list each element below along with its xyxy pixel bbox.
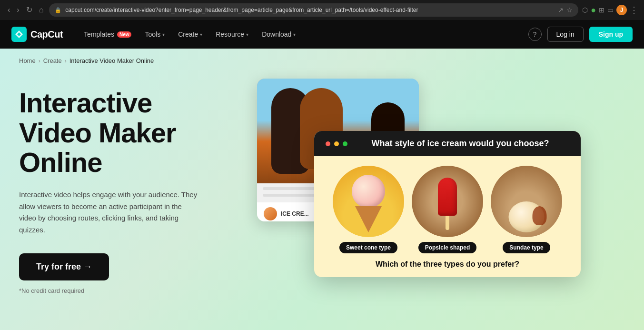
address-bar[interactable]: 🔒 capcut.com/create/interactive-video?en…: [49, 3, 578, 17]
breadcrumb-create[interactable]: Create: [43, 57, 62, 64]
home-button[interactable]: ⌂: [37, 5, 46, 15]
hero-section: Interactive Video Maker Online Interacti…: [0, 64, 644, 326]
try-free-button[interactable]: Try for free →: [19, 253, 109, 280]
templates-label: Templates: [84, 30, 114, 38]
nav-item-resource[interactable]: Resource ▾: [210, 27, 254, 42]
breadcrumb-home[interactable]: Home: [19, 57, 36, 64]
ice-cream-scoop: [352, 175, 385, 208]
quiz-option-2[interactable]: Popsicle shaped: [412, 166, 483, 253]
create-label: Create: [178, 30, 198, 38]
popsicle-visual: [438, 178, 457, 230]
hero-description: Interactive video helps engage with your…: [19, 189, 200, 236]
back-button[interactable]: ‹: [6, 5, 12, 15]
social-label: ICE CRE...: [281, 210, 309, 217]
help-button[interactable]: ?: [528, 28, 542, 41]
forward-button[interactable]: ›: [15, 5, 21, 15]
quiz-footer: Which of the three types do you prefer?: [314, 253, 581, 277]
templates-new-badge: New: [117, 31, 132, 38]
option-2-circle: [412, 166, 483, 237]
resource-label: Resource: [216, 30, 244, 38]
breadcrumb-current: Interactive Video Maker Online: [69, 57, 154, 64]
share-icon[interactable]: ↗: [558, 6, 564, 14]
sundae-visual: [509, 201, 545, 232]
quiz-card: What style of ice cream would you choose…: [314, 131, 581, 277]
cast-icon[interactable]: ▭: [607, 6, 614, 14]
nav-item-create[interactable]: Create ▾: [172, 27, 208, 42]
quiz-footer-text: Which of the three types do you prefer?: [376, 260, 519, 268]
option-1-circle: [333, 166, 404, 237]
window-dot-green: [343, 141, 347, 146]
popsicle-head: [438, 178, 457, 216]
option-2-label: Popsicle shaped: [418, 242, 477, 253]
bookmark-icon[interactable]: ☆: [566, 6, 573, 14]
hero-title: Interactive Video Maker Online: [19, 88, 228, 178]
sundae-scoop: [509, 201, 545, 232]
capcut-logo-icon: [11, 27, 27, 42]
logo-text: CapCut: [30, 29, 63, 40]
browser-chrome: ‹ › ↻ ⌂ 🔒 capcut.com/create/interactive-…: [0, 0, 644, 20]
quiz-option-3[interactable]: Sundae type: [491, 166, 562, 253]
url-text: capcut.com/create/interactive-video?ente…: [65, 7, 554, 13]
help-icon: ?: [533, 30, 537, 38]
option-3-label: Sundae type: [503, 242, 550, 253]
nav-item-download[interactable]: Download ▾: [256, 27, 301, 42]
logo[interactable]: CapCut: [11, 27, 63, 42]
quiz-question-text: What style of ice cream would you choose…: [371, 139, 549, 148]
quiz-options: Sweet cone type Popsicle shaped: [314, 156, 581, 253]
nav-links: Templates New Tools ▾ Create ▾ Resource …: [78, 27, 528, 42]
browser-actions: ⬡ ● ⊞ ▭ J ⋮: [582, 5, 638, 15]
no-credit-text: *No credit card required: [19, 287, 228, 294]
breadcrumb-sep-2: ›: [65, 58, 67, 64]
create-chevron-icon: ▾: [200, 32, 202, 37]
breadcrumb: Home › Create › Interactive Video Maker …: [0, 49, 644, 64]
extensions-icon[interactable]: ⬡: [582, 6, 588, 14]
quiz-option-1[interactable]: Sweet cone type: [333, 166, 404, 253]
navbar: CapCut Templates New Tools ▾ Create ▾ Re…: [0, 20, 644, 49]
social-avatar: [264, 207, 277, 220]
sundae-sauce: [533, 206, 547, 225]
main-content: Home › Create › Interactive Video Maker …: [0, 49, 644, 330]
profile-icon[interactable]: ●: [591, 5, 596, 15]
resource-chevron-icon: ▾: [246, 32, 248, 37]
download-label: Download: [262, 30, 291, 38]
ice-cream-visual: [352, 175, 385, 232]
puzzle-icon[interactable]: ⊞: [599, 6, 604, 14]
lock-icon: 🔒: [55, 7, 61, 13]
user-avatar[interactable]: J: [616, 5, 627, 15]
quiz-header: What style of ice cream would you choose…: [314, 131, 581, 156]
quiz-question-container: What style of ice cream would you choose…: [351, 139, 569, 149]
cone-shape: [355, 206, 382, 232]
popsicle-stick: [446, 216, 449, 230]
breadcrumb-sep-1: ›: [39, 58, 40, 64]
hero-right: ICE CRE... 👍 1.2K What style of ice crea…: [257, 79, 625, 307]
option-3-circle: [491, 166, 562, 237]
address-bar-actions: ↗ ☆: [558, 6, 573, 14]
browser-nav-buttons: ‹ › ↻ ⌂: [6, 5, 45, 15]
download-chevron-icon: ▾: [293, 32, 296, 37]
nav-item-templates[interactable]: Templates New: [78, 27, 137, 42]
reload-button[interactable]: ↻: [24, 5, 34, 15]
signup-button[interactable]: Sign up: [589, 27, 633, 42]
nav-right: ? Log in Sign up: [528, 27, 633, 42]
tools-chevron-icon: ▾: [162, 32, 165, 37]
menu-icon[interactable]: ⋮: [630, 5, 638, 15]
window-dot-yellow: [334, 141, 339, 146]
tools-label: Tools: [145, 30, 160, 38]
nav-item-tools[interactable]: Tools ▾: [139, 27, 170, 42]
hero-left: Interactive Video Maker Online Interacti…: [19, 79, 228, 294]
login-button[interactable]: Log in: [547, 27, 584, 42]
window-dot-red: [326, 141, 330, 146]
option-1-label: Sweet cone type: [339, 242, 397, 253]
